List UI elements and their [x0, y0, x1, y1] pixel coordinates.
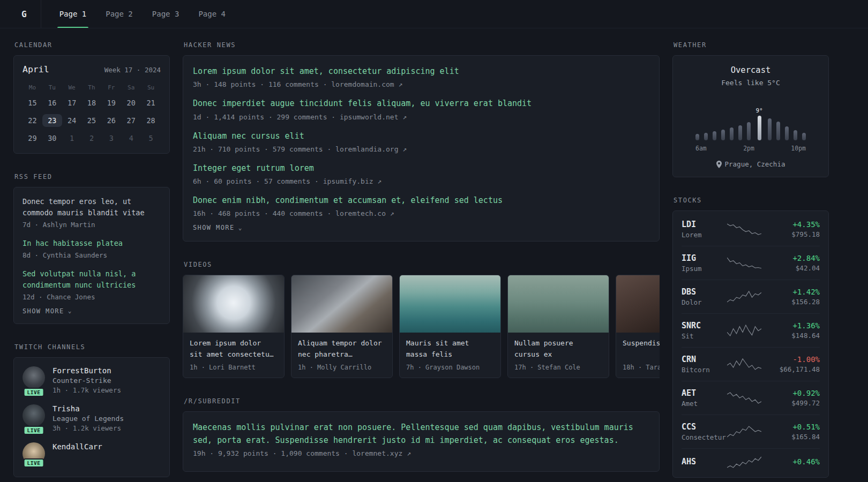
- stock-change: +1.42%: [766, 288, 820, 296]
- video-card[interactable]: Mauris sit amet massa felis 7h · Grayson…: [399, 275, 501, 378]
- stock-values: +2.84% $42.04: [766, 254, 820, 272]
- videos-heading: Videos: [184, 261, 660, 268]
- stock-id: CRN Bitcorn: [682, 355, 722, 374]
- rss-item-meta: 8d · Cynthia Saunders: [23, 251, 161, 259]
- hacker-news-heading: Hacker News: [184, 41, 660, 49]
- channel-info: KendallCarr: [53, 442, 102, 465]
- hn-item-title[interactable]: Donec imperdiet augue tincidunt felis al…: [193, 97, 649, 110]
- calendar-section: Calendar April Week 17 · 2024 Mo Tu We T…: [13, 41, 170, 154]
- video-title: Suspendisse diam: [616, 333, 660, 360]
- calendar-header: April Week 17 · 2024: [23, 64, 161, 74]
- twitch-section: Twitch channels LIVE ForrestBurton Count…: [13, 343, 170, 477]
- video-card[interactable]: Suspendisse diam 18h · Tara: [616, 275, 660, 378]
- hn-show-more-button[interactable]: SHOW MORE ⌄: [193, 222, 243, 231]
- weather-bar-column: [747, 94, 751, 140]
- calendar-day: 21: [141, 96, 161, 109]
- twitch-channel[interactable]: LIVE ForrestBurton Counter-Strike 1h · 1…: [23, 366, 161, 394]
- rss-item-title[interactable]: Donec tempor eros leo, ut commodo mauris…: [23, 196, 161, 219]
- hn-item-title[interactable]: Integer eget rutrum lorem: [193, 162, 649, 175]
- hn-item-meta: 1d · 1,414 points · 299 comments · ipsum…: [193, 113, 649, 121]
- weather-bar: [747, 122, 751, 140]
- hn-item-title[interactable]: Aliquam nec cursus elit: [193, 130, 649, 142]
- rss-item: Donec tempor eros leo, ut commodo mauris…: [23, 196, 161, 229]
- channel-info: ForrestBurton Counter-Strike 1h · 1.7k v…: [53, 366, 121, 394]
- stock-row[interactable]: IIG Ipsum +2.84% $42.04: [682, 246, 820, 280]
- twitch-heading: Twitch channels: [14, 343, 170, 351]
- weather-bar: [695, 134, 699, 140]
- page-tab[interactable]: Page 3: [145, 0, 187, 28]
- weather-bar-column: [721, 94, 725, 140]
- page-tab[interactable]: Page 1: [52, 0, 94, 28]
- hn-item-title[interactable]: Donec enim nibh, condimentum et accumsan…: [193, 194, 649, 207]
- weather-bar: [721, 130, 725, 140]
- calendar-day: 27: [121, 114, 141, 127]
- stock-name: Lorem: [682, 231, 722, 239]
- location-pin-icon: [716, 161, 722, 168]
- stock-row[interactable]: AET Amet +0.92% $499.72: [682, 381, 820, 415]
- twitch-channel[interactable]: LIVE KendallCarr: [23, 442, 161, 465]
- stock-row[interactable]: AHS +0.46%: [682, 448, 820, 476]
- calendar-day: 4: [121, 132, 141, 145]
- stock-sparkline: [722, 290, 766, 303]
- video-card[interactable]: Aliquam tempor dolor nec pharetra… 1h · …: [291, 275, 393, 378]
- weather-bar-column: [802, 94, 806, 140]
- rss-item-title[interactable]: Sed volutpat nulla nisl, a condimentum n…: [23, 268, 161, 291]
- rss-show-more-button[interactable]: SHOW MORE ⌄: [23, 305, 72, 315]
- weather-bar: [730, 127, 734, 140]
- hn-item-title[interactable]: Lorem ipsum dolor sit amet, consectetur …: [193, 65, 649, 78]
- calendar-day: 16: [42, 96, 62, 109]
- live-badge: LIVE: [24, 388, 44, 397]
- calendar-day: 19: [101, 96, 121, 109]
- app-logo[interactable]: G: [15, 0, 41, 28]
- stock-ticker: AET: [682, 388, 722, 398]
- reddit-post-title[interactable]: Maecenas mollis pulvinar erat non posuer…: [193, 421, 649, 447]
- hn-item-meta: 16h · 468 points · 440 comments · loremt…: [193, 209, 649, 217]
- rss-section: RSS Feed Donec tempor eros leo, ut commo…: [13, 173, 170, 324]
- weather-bar-column: 9°: [755, 94, 762, 140]
- stock-change: +0.46%: [766, 457, 820, 466]
- weekday-label: Mo: [23, 84, 42, 91]
- stock-row[interactable]: DBS Dolor +1.42% $156.28: [682, 280, 820, 313]
- hn-item: Donec imperdiet augue tincidunt felis al…: [193, 97, 649, 120]
- avatar: LIVE: [23, 442, 45, 465]
- video-card[interactable]: Nullam posuere cursus ex 17h · Stefan Co…: [507, 275, 609, 378]
- stock-row[interactable]: CCS Consectetur +0.51% $165.84: [682, 415, 820, 448]
- weather-bar: [785, 126, 789, 140]
- hn-item: Integer eget rutrum lorem 6h · 60 points…: [193, 162, 649, 185]
- subreddit-section: /r/subreddit Maecenas mollis pulvinar er…: [183, 397, 660, 472]
- reddit-post-meta: 19h · 9,932 points · 1,090 comments · lo…: [193, 449, 649, 457]
- twitch-channel[interactable]: LIVE Trisha League of Legends 3h · 1.2k …: [23, 404, 161, 432]
- stock-row[interactable]: SNRC Sit +1.36% $148.64: [682, 313, 820, 347]
- weekday-label: Tu: [42, 84, 62, 91]
- video-list: Lorem ipsum dolor sit amet consectetu… 1…: [183, 275, 660, 378]
- video-meta: 18h · Tara: [616, 360, 660, 378]
- stock-name: Sit: [682, 332, 722, 340]
- calendar-day: 28: [141, 114, 161, 127]
- weekday-label: Sa: [121, 84, 141, 91]
- stock-name: Amet: [682, 400, 722, 408]
- stock-sparkline: [722, 425, 766, 438]
- stock-price: $42.04: [766, 264, 820, 272]
- stock-row[interactable]: CRN Bitcorn -1.00% $66,171.48: [682, 347, 820, 381]
- stock-ticker: CCS: [682, 422, 722, 432]
- stock-name: Bitcorn: [682, 366, 722, 374]
- stock-id: SNRC Sit: [682, 321, 722, 340]
- calendar-day: 17: [62, 96, 82, 109]
- weather-bar: [776, 122, 780, 140]
- calendar-widget: April Week 17 · 2024 Mo Tu We Th Fr Sa S…: [13, 55, 170, 154]
- weather-widget: Overcast Feels like 5°C: [672, 55, 829, 177]
- stock-change: +0.51%: [766, 423, 820, 431]
- stocks-section: Stocks LDI Lorem +4.35% $795.18: [672, 197, 829, 478]
- stock-name: Ipsum: [682, 265, 722, 273]
- stock-row[interactable]: LDI Lorem +4.35% $795.18: [682, 213, 820, 246]
- hacker-news-section: Hacker News Lorem ipsum dolor sit amet, …: [183, 41, 660, 242]
- middle-column: Hacker News Lorem ipsum dolor sit amet, …: [183, 41, 660, 482]
- stock-sparkline: [722, 257, 766, 269]
- video-card[interactable]: Lorem ipsum dolor sit amet consectetu… 1…: [183, 275, 285, 378]
- stock-price: $795.18: [766, 230, 820, 238]
- rss-item-title[interactable]: In hac habitasse platea: [23, 238, 161, 249]
- stock-change: +4.35%: [766, 220, 820, 229]
- video-thumbnail: [400, 275, 500, 333]
- page-tab[interactable]: Page 2: [98, 0, 140, 28]
- page-tab[interactable]: Page 4: [191, 0, 233, 28]
